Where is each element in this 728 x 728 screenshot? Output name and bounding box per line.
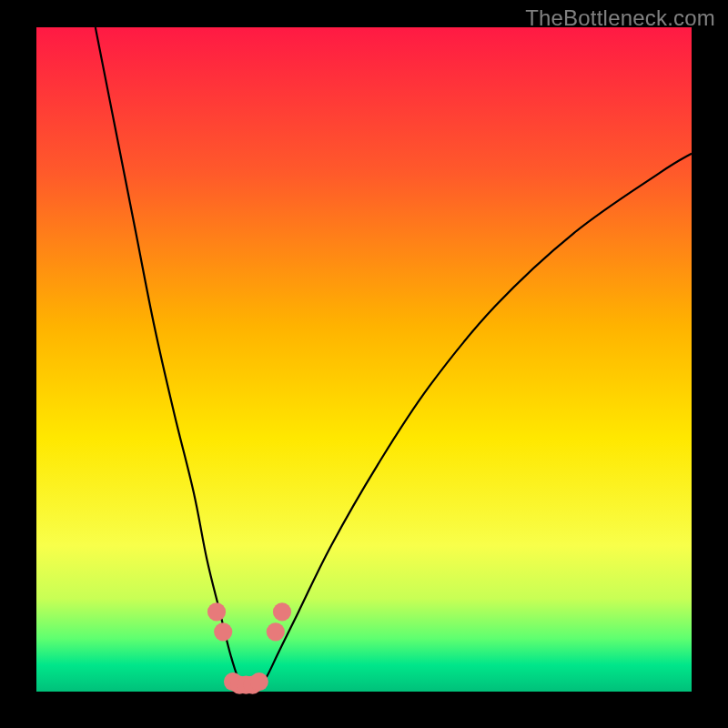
- chart-container: TheBottleneck.com: [0, 0, 728, 728]
- dip-marker: [250, 672, 268, 691]
- dip-marker: [273, 602, 291, 621]
- dip-marker: [214, 622, 232, 641]
- plot-background: [36, 27, 692, 692]
- watermark-label: TheBottleneck.com: [525, 5, 715, 31]
- dip-marker: [207, 602, 226, 621]
- dip-marker: [267, 622, 285, 641]
- bottleneck-chart: [0, 0, 728, 728]
